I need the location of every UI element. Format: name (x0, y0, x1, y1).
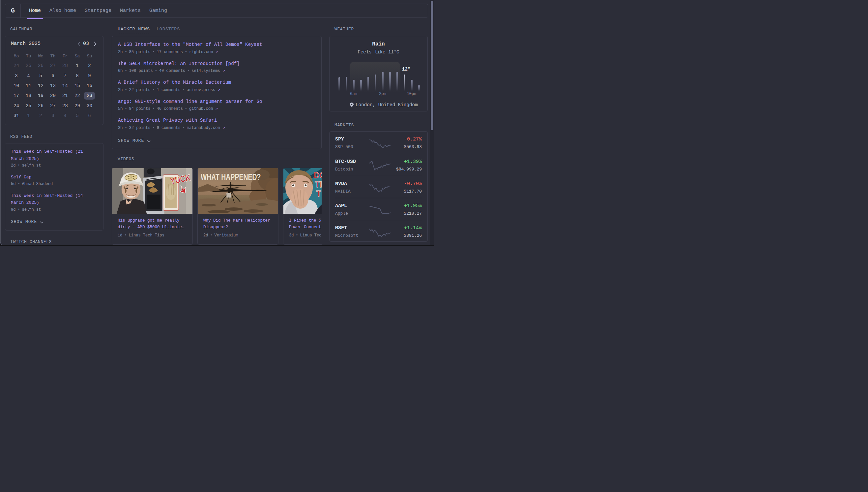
svg-text:DO: DO (313, 171, 322, 180)
svg-text:T: T (316, 189, 321, 198)
svg-text:TI: TI (315, 180, 322, 189)
svg-text:WHAT HAPPENED?: WHAT HAPPENED? (201, 172, 261, 182)
